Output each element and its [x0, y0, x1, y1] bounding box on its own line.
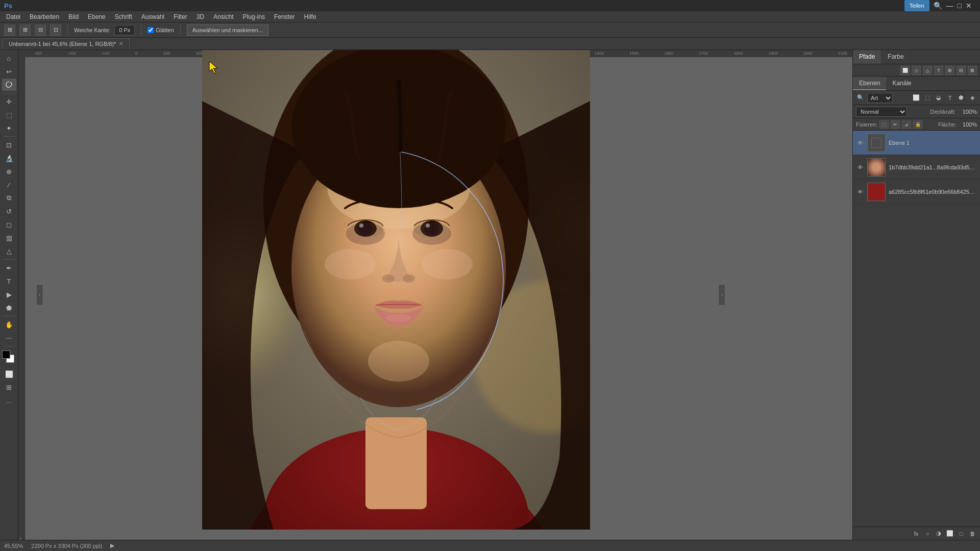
main-layout: ⌂ ↩ ✛ ⬚ ✦ ⊡ 🔬 ⊕ ∕ ⧉ ↺ ◻ ▥ △	[0, 50, 980, 540]
lasso-tool[interactable]	[2, 79, 16, 91]
filter-pixel-icon[interactable]: ⬚	[923, 93, 932, 103]
gradient-tool[interactable]: ▥	[2, 232, 16, 244]
foreground-color[interactable]	[2, 350, 10, 359]
minimize-icon[interactable]: —	[946, 2, 953, 10]
menu-item-datei[interactable]: Datei	[2, 12, 24, 21]
home-tool[interactable]: ⌂	[2, 52, 16, 64]
tab-pfade[interactable]: Pfade	[853, 50, 881, 64]
auswahl-maskieren-button[interactable]: Auswählen und maskieren...	[187, 24, 268, 36]
lock-image-btn[interactable]: ✏	[891, 120, 900, 129]
menu-item-ebene[interactable]: Ebene	[84, 12, 110, 21]
filter-adjustment-icon[interactable]: ◒	[934, 93, 943, 103]
tool-sep-4	[3, 316, 15, 316]
crop-tool[interactable]: ⊡	[2, 139, 16, 151]
layer-visibility-1[interactable]: 👁	[856, 139, 864, 147]
healing-brush-tool[interactable]: ⊕	[2, 165, 16, 178]
search-icon[interactable]: 🔍	[934, 2, 942, 10]
history-brush-tool[interactable]: ↩	[2, 65, 16, 78]
fill-value[interactable]: 100%	[959, 121, 977, 128]
new-group-btn[interactable]: ⬜	[945, 529, 954, 538]
lock-transparent-btn[interactable]: ⬚	[879, 120, 889, 129]
tab-bar: Unbenannt-1 bei 45,6% (Ebene 1, RGB/8)* …	[0, 38, 980, 50]
glatten-checkbox[interactable]	[148, 27, 154, 33]
menu-item-auswahl[interactable]: Auswahl	[137, 12, 168, 21]
panel-icon-4[interactable]: T	[934, 66, 943, 75]
right-panel-collapse[interactable]: ›	[719, 285, 725, 305]
frame-tool[interactable]: ⊞	[2, 381, 16, 393]
menu-item-filter[interactable]: Filter	[169, 12, 191, 21]
menu-item-bild[interactable]: Bild	[64, 12, 83, 21]
more-tools[interactable]: …	[2, 394, 16, 407]
filter-smart-icon[interactable]: ◈	[968, 93, 977, 103]
menu-item-3d[interactable]: 3D	[192, 12, 208, 21]
document-tab[interactable]: Unbenannt-1 bei 45,6% (Ebene 1, RGB/8)* …	[2, 38, 130, 49]
menu-item-bearbeiten[interactable]: Bearbeiten	[26, 12, 63, 21]
dodge-tool[interactable]: △	[2, 245, 16, 257]
path-selection-tool[interactable]: ▶	[2, 288, 16, 300]
eraser-tool[interactable]: ◻	[2, 218, 16, 231]
menu-item-hilfe[interactable]: Hilfe	[300, 12, 321, 21]
panel-icon-2[interactable]: ◇	[912, 66, 921, 75]
layer-item-2[interactable]: 👁 1b7dbb39dd21a1...8a9fcda93d5e72	[853, 155, 980, 180]
tool-option-btn-3[interactable]: ⊟	[35, 24, 46, 36]
filter-shape-icon[interactable]: ⬟	[957, 93, 966, 103]
pen-tool[interactable]: ✒	[2, 262, 16, 274]
add-mask-btn[interactable]: ○	[923, 529, 932, 538]
share-button[interactable]: Teilen	[904, 0, 929, 11]
layer-visibility-2[interactable]: 👁	[856, 163, 864, 171]
brush-tool[interactable]: ∕	[2, 179, 16, 191]
3d-tool[interactable]: ⬜	[2, 368, 16, 380]
tab-kanaele[interactable]: Kanäle	[886, 77, 917, 90]
hand-tool[interactable]: ✋	[2, 318, 16, 331]
delete-layer-btn[interactable]: 🗑	[968, 529, 977, 538]
marquee-tool[interactable]: ⬚	[2, 109, 16, 121]
tab-close-btn[interactable]: ✕	[119, 41, 123, 46]
panel-top-icons: ⬜ ◇ △ T ⊞ ⊟ ⊠	[853, 64, 980, 77]
new-layer-btn[interactable]: □	[957, 529, 966, 538]
close-icon[interactable]: ✕	[966, 2, 972, 10]
maximize-icon[interactable]: □	[958, 2, 962, 10]
move-tool[interactable]: ✛	[2, 95, 16, 108]
left-panel-collapse[interactable]: ‹	[37, 285, 43, 305]
layer-visibility-3[interactable]: 👁	[856, 188, 864, 196]
canvas-area[interactable]: -300 -200 -100 0 100 200 300 400 500 600…	[18, 50, 852, 540]
menu-item-ansicht[interactable]: Ansicht	[209, 12, 237, 21]
layers-toolbar: 🔍 Art Name Effekt Modus Attribut Farbe ⬜…	[853, 91, 980, 105]
tab-farbe[interactable]: Farbe	[881, 50, 910, 64]
tool-option-btn-4[interactable]: ⊡	[50, 24, 61, 36]
lock-position-btn[interactable]: ⊿	[902, 120, 911, 129]
layer-item-3[interactable]: 👁 a6285cc5fb8f61e0b90e66b8425d1be7	[853, 180, 980, 204]
shape-tool[interactable]: ⬟	[2, 302, 16, 314]
filter-type-icon[interactable]: T	[945, 93, 954, 103]
opacity-value[interactable]: 100%	[959, 109, 977, 115]
glatten-checkbox-label[interactable]: Glätten	[148, 27, 174, 33]
status-arrow[interactable]: ▶	[110, 542, 114, 549]
panel-icon-5[interactable]: ⊞	[945, 66, 954, 75]
color-picker[interactable]	[2, 350, 16, 365]
menu-item-plugins[interactable]: Plug-ins	[239, 12, 269, 21]
type-tool[interactable]: T	[2, 275, 16, 287]
lock-all-btn[interactable]: 🔒	[913, 120, 922, 129]
menu-item-fenster[interactable]: Fenster	[270, 12, 299, 21]
canvas-document[interactable]	[202, 50, 590, 530]
weiche-kante-input[interactable]	[114, 25, 135, 35]
magic-wand-tool[interactable]: ✦	[2, 122, 16, 134]
zoom-tool[interactable]: ⋯	[2, 332, 16, 344]
menu-item-schrift[interactable]: Schrift	[111, 12, 136, 21]
tab-ebenen[interactable]: Ebenen	[853, 77, 886, 90]
panel-icon-3[interactable]: △	[923, 66, 932, 75]
new-adjustment-btn[interactable]: ◑	[934, 529, 943, 538]
clone-stamp-tool[interactable]: ⧉	[2, 192, 16, 204]
panel-icon-1[interactable]: ⬜	[900, 66, 910, 75]
layer-item-1[interactable]: 👁 Ebene 1	[853, 131, 980, 155]
history-tool[interactable]: ↺	[2, 205, 16, 217]
filter-by-kind-icon[interactable]: ⬜	[912, 93, 921, 103]
tool-option-btn-1[interactable]: ⊠	[4, 24, 15, 36]
blending-mode-select[interactable]: Normal Auflösen Abdunkeln Multiplizieren…	[856, 107, 907, 117]
eyedropper-tool[interactable]: 🔬	[2, 152, 16, 164]
layers-type-select[interactable]: Art Name Effekt Modus Attribut Farbe	[867, 93, 893, 103]
tool-option-btn-2[interactable]: ⊞	[19, 24, 31, 36]
panel-icon-7[interactable]: ⊠	[968, 66, 977, 75]
add-layer-style-btn[interactable]: fx	[912, 529, 921, 538]
panel-icon-6[interactable]: ⊟	[957, 66, 966, 75]
